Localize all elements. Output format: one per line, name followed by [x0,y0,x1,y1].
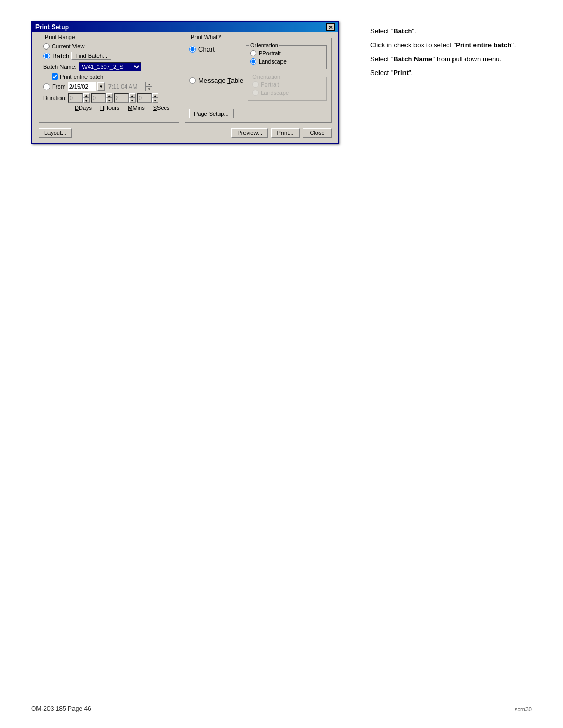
mins-spin-down[interactable]: ▼ [129,98,136,103]
dialog-area: Print Setup ✕ Print Range Current View [31,21,354,144]
duration-days: ▲ ▼ [68,93,90,103]
dialog-close-button[interactable]: ✕ [326,23,335,31]
time-spinner[interactable]: ▲ ▼ [146,82,152,91]
hours-label: HHours [100,105,119,111]
scrn-reference: scrn30 [515,706,532,712]
msg-landscape-radio[interactable] [252,90,259,96]
instruction-step2: Click in check box to select "Print enti… [370,40,532,51]
msg-portrait-row: Portrait [252,81,322,88]
chart-section: Chart Orientation PPortrait [189,45,327,69]
from-time-control: ▲ ▼ [107,82,152,91]
print-what-title: Print What? [189,34,222,40]
print-what-inner: Chart Orientation PPortrait [189,41,327,118]
days-spinner[interactable]: ▲ ▼ [83,93,90,103]
chart-portrait-row: PPortrait [250,50,322,56]
batch-radio[interactable] [43,53,50,59]
duration-mins: ▲ ▼ [114,93,136,103]
find-batch-button[interactable]: Find Batch... [71,52,111,60]
chart-landscape-label: Landscape [259,58,287,65]
duration-days-input[interactable] [68,93,83,103]
days-spin-up[interactable]: ▲ [83,93,90,98]
instruction-step3: Select "Batch Name" from pull down menu. [370,54,532,65]
preview-button[interactable]: Preview... [231,128,268,138]
hours-spin-down[interactable]: ▼ [106,98,113,103]
instructions-area: Select "Batch". Click in check box to se… [370,21,532,82]
batch-name-select[interactable]: W41_1307_2_S [79,62,141,71]
duration-mins-input[interactable] [114,93,129,103]
msg-portrait-label: Portrait [261,81,279,88]
duration-label: Duration: [43,95,67,101]
batch-name-control: W41_1307_2_S [79,62,141,71]
current-view-radio[interactable] [43,43,50,50]
from-radio[interactable] [43,83,50,90]
msg-landscape-row: Landscape [252,90,322,96]
hours-spinner[interactable]: ▲ ▼ [106,93,113,103]
chart-orientation-title: Orientation [249,42,279,48]
dialog-body: Print Range Current View Batch Find Batc… [32,32,338,143]
from-row: From ▼ ▲ ▼ [43,82,175,91]
chart-landscape-radio[interactable] [250,58,256,65]
print-what-group: Print What? Chart Orientation [185,38,332,123]
page-setup-row: Page Setup... [189,107,327,118]
chart-portrait-label: PPortrait [259,50,281,56]
dialog-content: Print Range Current View Batch Find Batc… [39,38,332,123]
hours-spin-up[interactable]: ▲ [106,93,113,98]
spin-up-icon[interactable]: ▲ [146,82,152,87]
msg-landscape-label: Landscape [261,90,289,96]
from-label: From [52,83,66,90]
message-table-label: Message Table [198,77,243,84]
duration-secs: ▲ ▼ [137,93,158,103]
current-view-label: Current View [52,43,84,50]
print-range-title: Print Range [43,34,77,40]
duration-hours-input[interactable] [91,93,106,103]
from-time-input[interactable] [107,82,146,91]
days-spin-down[interactable]: ▼ [83,98,90,103]
scrn-ref-text: scrn30 [515,706,532,712]
from-date-control: ▼ [68,82,105,91]
duration-secs-input[interactable] [137,93,152,103]
chart-radio[interactable] [189,46,196,53]
print-setup-dialog: Print Setup ✕ Print Range Current View [31,21,339,144]
chart-label: Chart [198,45,215,53]
chart-radio-row: Chart [189,45,241,53]
layout-button[interactable]: Layout... [39,128,72,138]
current-view-row: Current View [43,43,175,50]
message-table-orientation-group: Orientation Portrait Landscape [248,77,327,101]
batch-label: Batch [52,52,69,60]
secs-spinner[interactable]: ▲ ▼ [152,93,158,103]
dialog-title: Print Setup [35,23,69,31]
batch-name-row: Batch Name: W41_1307_2_S [43,62,175,71]
secs-spin-up[interactable]: ▲ [152,93,158,98]
secs-spin-down[interactable]: ▼ [152,98,158,103]
chart-orientation-group: Orientation PPortrait Landscape [246,45,327,69]
batch-name-label: Batch Name: [43,64,77,70]
action-buttons: Preview... Print... Close [231,128,332,138]
days-label: DDays [75,105,92,111]
message-table-orientation-title: Orientation [251,73,282,80]
mins-label: MMins [128,105,144,111]
message-table-radio[interactable] [189,77,196,84]
bottom-buttons-row: Layout... Preview... Print... Close [39,128,332,138]
message-table-section: Message Table Orientation Portrait [189,77,327,101]
secs-label: SSecs [153,105,170,111]
close-icon: ✕ [328,24,333,30]
instruction-step1: Select "Batch". [370,26,532,37]
print-entire-batch-checkbox[interactable] [52,73,58,80]
spin-down-icon[interactable]: ▼ [146,87,152,91]
mins-spin-up[interactable]: ▲ [129,93,136,98]
date-dropdown-arrow[interactable]: ▼ [97,82,105,91]
page-setup-button[interactable]: Page Setup... [189,109,234,118]
msg-portrait-radio[interactable] [252,81,259,88]
close-button[interactable]: Close [303,128,332,138]
page-footer: OM-203 185 Page 46 [31,705,91,712]
instruction-step4: Select "Print". [370,68,532,79]
batch-row: Batch Find Batch... [43,52,175,60]
print-button[interactable]: Print... [271,128,300,138]
from-date-input[interactable] [68,82,96,91]
chart-portrait-radio[interactable] [250,50,256,56]
page-ref: OM-203 185 Page 46 [31,705,91,712]
chart-landscape-row: Landscape [250,58,322,65]
message-table-radio-row: Message Table [189,77,243,84]
mins-spinner[interactable]: ▲ ▼ [129,93,136,103]
dialog-titlebar: Print Setup ✕ [32,22,338,32]
